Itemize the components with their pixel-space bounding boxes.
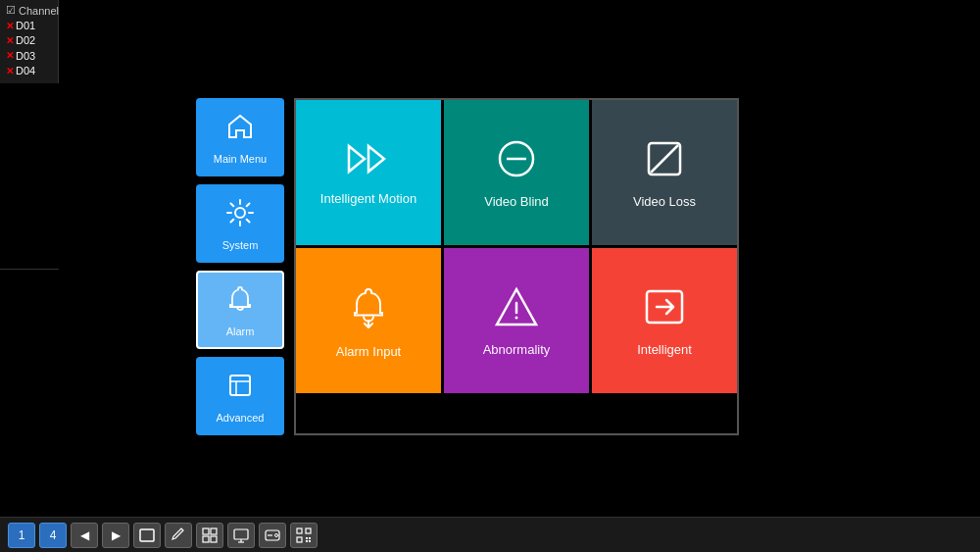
menu-container: Main Menu System Alarm [196, 98, 739, 435]
svg-rect-21 [306, 528, 311, 533]
channel-d02[interactable]: ✕ D02 [6, 33, 52, 48]
channel-error-icon: ✕ [6, 49, 14, 63]
arrow-right-box-icon [641, 285, 688, 334]
taskbar-btn-hdd[interactable] [259, 523, 286, 548]
svg-rect-23 [306, 537, 308, 539]
svg-rect-10 [203, 528, 209, 534]
right-arrow-icon: ▶ [112, 528, 121, 542]
video-loss-tile[interactable]: Video Loss [592, 100, 737, 245]
svg-rect-11 [211, 528, 217, 534]
main-area: Main Menu System Alarm [59, 0, 980, 517]
svg-rect-9 [140, 529, 154, 541]
channel-error-icon: ✕ [6, 34, 14, 48]
left-menu: Main Menu System Alarm [196, 98, 284, 435]
svg-rect-1 [230, 376, 250, 395]
taskbar-btn-1[interactable]: 1 [8, 523, 35, 548]
channel-d01[interactable]: ✕ D01 [6, 19, 52, 33]
alarm-tile[interactable]: Alarm [196, 271, 284, 349]
box-icon [224, 370, 256, 408]
svg-rect-12 [203, 536, 209, 542]
main-menu-tile[interactable]: Main Menu [196, 98, 284, 176]
taskbar: 1 4 ◀ ▶ [0, 517, 980, 552]
svg-rect-14 [234, 529, 248, 539]
home-icon [224, 111, 256, 149]
taskbar-btn-window[interactable] [133, 523, 161, 548]
fast-forward-icon [345, 140, 392, 183]
system-tile[interactable]: System [196, 184, 284, 263]
taskbar-btn-pencil[interactable] [165, 523, 192, 548]
intelligent-motion-tile[interactable]: Intelligent Motion [296, 100, 441, 245]
channel-error-icon: ✕ [6, 65, 14, 78]
abnormality-tile[interactable]: Abnormality [444, 248, 589, 393]
svg-rect-13 [211, 536, 217, 542]
channel-checkbox-icon[interactable]: ☑ [6, 4, 16, 17]
svg-rect-26 [309, 540, 311, 542]
channel-header: ☑ Channel [6, 4, 52, 17]
triangle-warning-icon [493, 285, 540, 334]
svg-rect-22 [297, 537, 302, 542]
taskbar-btn-next[interactable]: ▶ [102, 523, 129, 548]
svg-line-5 [651, 145, 678, 173]
video-blind-tile[interactable]: Video Blind [444, 100, 589, 245]
svg-point-18 [275, 533, 278, 536]
channel-sidebar: ☑ Channel ✕ D01 ✕ D02 ✕ D03 ✕ D04 [0, 0, 59, 83]
svg-point-7 [515, 316, 518, 319]
bell-down-icon [347, 283, 390, 336]
svg-rect-20 [297, 528, 302, 533]
left-arrow-icon: ◀ [80, 528, 89, 542]
svg-rect-25 [306, 540, 308, 542]
gear-icon [224, 197, 256, 235]
bell-icon [224, 283, 256, 322]
channel-d03[interactable]: ✕ D03 [6, 49, 52, 64]
taskbar-btn-4[interactable]: 4 [39, 523, 67, 548]
taskbar-btn-prev[interactable]: ◀ [71, 523, 98, 548]
taskbar-btn-monitor[interactable] [227, 523, 255, 548]
advanced-tile[interactable]: Advanced [196, 357, 284, 435]
taskbar-btn-grid[interactable] [196, 523, 223, 548]
svg-point-0 [235, 208, 245, 218]
channel-d04[interactable]: ✕ D04 [6, 64, 52, 78]
channel-error-icon: ✕ [6, 20, 14, 33]
slash-box-icon [643, 137, 686, 186]
intelligent-tile[interactable]: Intelligent [592, 248, 737, 393]
svg-rect-24 [309, 537, 311, 539]
minus-circle-icon [495, 137, 538, 186]
taskbar-btn-qr[interactable] [290, 523, 318, 548]
right-grid-menu: Intelligent Motion Video Blind [294, 98, 739, 435]
alarm-input-tile[interactable]: Alarm Input [296, 248, 441, 393]
